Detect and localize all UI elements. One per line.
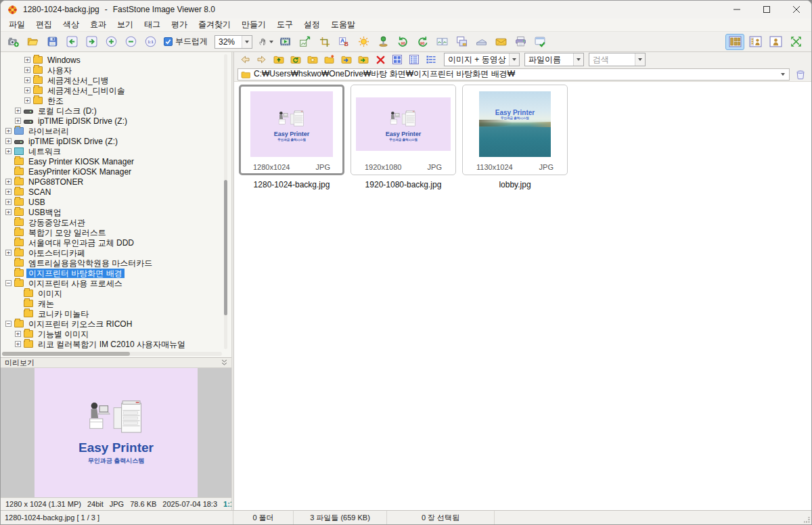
resize-grip-icon[interactable] (802, 511, 811, 524)
address-input[interactable]: C:₩Users₩hskwo₩OneDrive₩바탕 화면₩이지프린터 바탕화면… (238, 68, 790, 81)
tree-item[interactable]: 캐논 (1, 298, 231, 309)
tree-item[interactable]: 엠트리실용음악학원용 마스터카드 (1, 258, 231, 268)
address-dropdown-icon[interactable] (780, 73, 786, 76)
menu-item[interactable]: 도구 (271, 18, 298, 31)
hand-tool-icon[interactable] (256, 33, 275, 50)
delete-icon[interactable] (372, 53, 388, 66)
expand-plus-icon[interactable]: + (24, 57, 30, 63)
hand-dropdown-icon[interactable] (269, 41, 273, 43)
tree-item[interactable]: +사용자 (1, 65, 231, 75)
sort-order-select[interactable]: 파일이름 (524, 53, 584, 66)
crop-icon[interactable] (315, 33, 334, 50)
expand-plus-icon[interactable]: + (5, 209, 12, 215)
expand-plus-icon[interactable]: + (5, 189, 12, 195)
expand-plus-icon[interactable]: + (5, 179, 12, 185)
rename-icon[interactable]: AB (335, 33, 353, 50)
tree-item[interactable]: −이지프린터 사용 프로세스 (1, 278, 231, 288)
tree-item[interactable]: +ipTIME ipDISK Drive (Z:) (1, 116, 231, 126)
previous-image-icon[interactable] (63, 33, 81, 50)
tree-item[interactable]: 강동중앙도서관 (1, 217, 231, 227)
detail-view-icon[interactable] (406, 53, 422, 66)
smooth-checkbox[interactable] (164, 37, 173, 46)
actual-size-icon[interactable]: 1:1 (141, 33, 160, 50)
tree-item[interactable]: +NPG88TONER (1, 177, 231, 187)
expand-plus-icon[interactable]: + (5, 138, 12, 144)
menu-item[interactable]: 설정 (298, 18, 325, 31)
file-thumbnail[interactable]: Easy Printer무인과금 출력시스템1920x1080JPG1920-1… (351, 85, 456, 189)
preview-image[interactable]: Easy Printer 무인과금 출력시스템 (35, 368, 198, 497)
forward-icon[interactable] (254, 53, 270, 66)
folder-up-icon[interactable] (271, 53, 287, 66)
resize-icon[interactable] (296, 33, 314, 50)
copy-image-icon[interactable] (453, 33, 471, 50)
tree-item[interactable]: 코니카 미놀타 (1, 309, 231, 319)
menu-item[interactable]: 효과 (85, 18, 112, 31)
collapse-minus-icon[interactable]: − (5, 321, 12, 327)
rotate-right-90-icon[interactable]: 90 (413, 33, 432, 50)
expand-plus-icon[interactable]: + (5, 128, 12, 134)
tree-item[interactable]: +SCAN (1, 187, 231, 197)
view-windowed-icon[interactable] (746, 34, 765, 50)
search-input[interactable]: 검색 (589, 53, 646, 66)
view-browser-icon[interactable] (725, 34, 744, 50)
tree-item[interactable]: +ipTIME ipDISK Drive (Z:) (1, 136, 231, 146)
tree-item[interactable]: +네트워크 (1, 146, 231, 156)
move-to-folder-icon[interactable] (355, 53, 371, 66)
tree-item[interactable]: +리코 컬러복합기 IM C2010 사용자매뉴얼 (1, 339, 231, 349)
favorites-folder-icon[interactable] (304, 53, 321, 66)
expand-plus-icon[interactable]: + (24, 67, 30, 73)
tree-item[interactable]: −이지프린터 키오스크 RICOH (1, 319, 231, 329)
trash-icon[interactable] (793, 68, 808, 81)
zoom-dropdown-icon[interactable] (242, 36, 252, 48)
expand-plus-icon[interactable]: + (5, 250, 12, 256)
menu-item[interactable]: 평가 (166, 18, 193, 31)
tree-item[interactable]: 복합기 모양 일러스트 (1, 227, 231, 237)
search-dropdown-icon[interactable] (635, 53, 645, 66)
tree-item[interactable]: +세금계산서_디뱅 (1, 75, 231, 85)
expand-plus-icon[interactable]: + (24, 97, 30, 104)
menu-item[interactable]: 도움말 (325, 18, 361, 31)
sort-dropdown-icon[interactable] (573, 53, 583, 66)
menu-item[interactable]: 즐겨찾기 (193, 18, 236, 31)
expand-plus-icon[interactable]: + (15, 341, 21, 347)
zoom-in-icon[interactable] (102, 33, 120, 50)
tree-vertical-scrollbar[interactable] (224, 54, 227, 349)
menu-item[interactable]: 파일 (3, 18, 30, 31)
expand-plus-icon[interactable]: + (15, 331, 21, 337)
compare-images-icon[interactable] (433, 33, 451, 50)
menu-item[interactable]: 편집 (30, 18, 58, 31)
collapse-minus-icon[interactable]: − (5, 280, 12, 286)
thumbnail-card[interactable]: Easy Printer무인과금 출력시스템1920x1080JPG (351, 85, 456, 175)
zoom-level-select[interactable]: 32% (215, 35, 252, 49)
file-thumbnail[interactable]: Easy Printer무인과금 출력시스템1130x1024JPGlobby.… (462, 85, 568, 189)
screen-capture-icon[interactable] (4, 33, 22, 50)
tree-item[interactable]: +세금계산서_디비이솔 (1, 85, 231, 95)
tree-item[interactable]: +한조 (1, 95, 231, 106)
tree-item[interactable]: +Windows (1, 55, 231, 65)
view-fullscreen-icon[interactable] (786, 34, 805, 50)
new-folder-icon[interactable] (321, 53, 338, 66)
copy-to-folder-icon[interactable] (338, 53, 355, 66)
expand-plus-icon[interactable]: + (15, 108, 21, 114)
menu-item[interactable]: 태그 (139, 18, 166, 31)
tree-item[interactable]: 이지프린터 바탕화면 배경 (1, 268, 231, 278)
tree-item[interactable]: +라이브러리 (1, 126, 231, 136)
file-thumbnail[interactable]: Easy Printer무인과금 출력시스템1280x1024JPG1280-1… (239, 85, 344, 189)
tree-horizontal-scrollbar[interactable] (2, 352, 222, 356)
email-icon[interactable] (492, 33, 510, 50)
next-image-icon[interactable] (83, 33, 101, 50)
tree-item[interactable]: Easy Printer KIOSK Manager (1, 156, 231, 166)
menu-item[interactable]: 보기 (112, 18, 139, 31)
minimize-button[interactable] (722, 1, 752, 18)
list-view-icon[interactable] (423, 53, 439, 66)
expand-plus-icon[interactable]: + (24, 87, 30, 93)
filter-dropdown-icon[interactable] (509, 53, 519, 66)
color-adjust-icon[interactable] (355, 33, 373, 50)
tree-item[interactable]: +로컬 디스크 (D:) (1, 106, 231, 116)
tree-item[interactable]: +아토스터디카페 (1, 248, 231, 258)
acquire-scanner-icon[interactable] (472, 33, 491, 50)
expand-plus-icon[interactable]: + (24, 77, 30, 83)
zoom-out-icon[interactable] (122, 33, 140, 50)
tree-item[interactable]: 이미지 (1, 288, 231, 298)
tree-item[interactable]: +USB백업 (1, 207, 231, 217)
